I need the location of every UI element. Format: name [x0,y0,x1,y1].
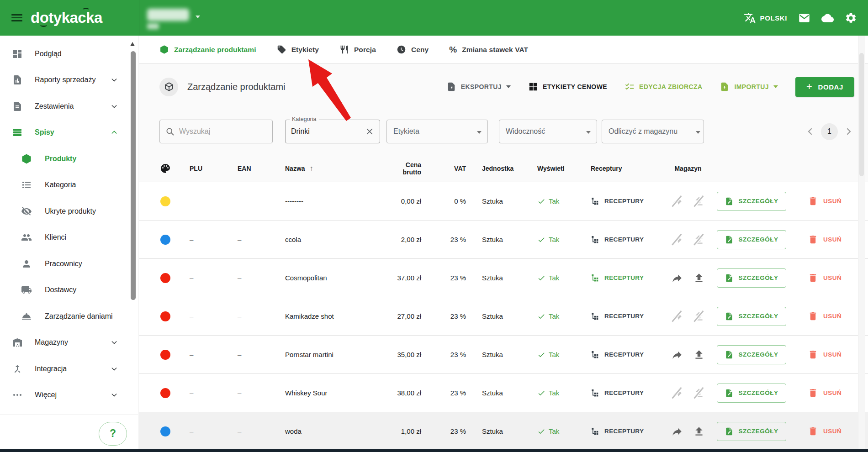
receptury-button[interactable]: RECEPTURY [591,312,649,321]
stock-transfer-icon[interactable] [671,349,683,361]
etykieta-select[interactable]: Etykieta [386,120,488,143]
sidebar-item-raporty[interactable]: Raporty sprzedaży [0,67,138,94]
hamburger-menu-icon[interactable] [11,12,22,24]
sidebar-item-zestawienia[interactable]: Zestawienia [0,93,138,120]
stock-upload-icon[interactable] [693,234,705,246]
tab-zmiana-stawek-vat[interactable]: % Zmiana stawek VAT [449,45,528,55]
previous-page-chevron[interactable] [804,126,815,137]
receptury-button[interactable]: RECEPTURY [591,427,649,436]
stock-upload-icon[interactable] [693,349,705,361]
delete-button[interactable]: USUŃ [808,311,842,321]
column-header-jednostka[interactable]: Jednostka [466,165,514,172]
sidebar-item-klienci[interactable]: Klienci [0,225,138,251]
stock-upload-icon[interactable] [693,272,705,284]
table-row[interactable]: – – Cosmopolitan 37,00 zł 23 % Sztuka Ta… [139,258,868,297]
bulk-edit-button[interactable]: EDYCJA ZBIORCZA [625,82,703,92]
search-box[interactable] [159,120,273,143]
stock-upload-icon[interactable] [693,426,705,437]
receptury-button[interactable]: RECEPTURY [591,197,649,205]
venue-name-redacted[interactable] [147,9,189,21]
sidebar-scroll-up-arrow[interactable] [130,42,135,46]
tab-etykiety[interactable]: Etykiety [277,45,319,54]
table-row[interactable]: – – -------- 0,00 zł 0 % Sztuka Tak RECE… [139,182,868,220]
tab-ceny[interactable]: Ceny [397,45,429,54]
main-scrollbar[interactable] [858,36,865,452]
settings-gear-icon[interactable] [845,12,857,24]
stock-transfer-icon[interactable] [671,272,683,284]
delete-button[interactable]: USUŃ [808,273,842,283]
details-button[interactable]: SZCZEGÓŁY [717,230,786,249]
clear-filter-x-icon[interactable] [365,127,374,136]
stock-transfer-icon[interactable] [671,310,683,322]
stock-transfer-icon[interactable] [671,426,683,437]
venue-dropdown-caret[interactable] [196,16,200,18]
sidebar-item-produkty[interactable]: Produkty [0,146,138,172]
receptury-button[interactable]: RECEPTURY [591,350,649,359]
sidebar-item-ukryte-produkty[interactable]: Ukryte produkty [0,198,138,225]
delete-button[interactable]: USUŃ [808,196,842,206]
column-header-wyswietl[interactable]: Wyświetl [514,165,567,172]
sidebar-item-podglad[interactable]: Podgląd [0,41,138,67]
export-button[interactable]: EKSPORTUJ [446,82,511,92]
receptury-button[interactable]: RECEPTURY [591,235,649,244]
table-row[interactable]: – – Pornstar martini 35,00 zł 23 % Sztuk… [139,335,868,373]
receptury-button[interactable]: RECEPTURY [591,273,649,282]
help-button[interactable]: ? [99,422,127,446]
table-row[interactable]: – – Kamikadze shot 27,00 zł 23 % Sztuka … [139,297,868,335]
sidebar-item-dostawcy[interactable]: Dostawcy [0,277,138,304]
stock-transfer-icon[interactable] [671,195,683,207]
cell-product-name: Kamikadze shot [274,312,389,320]
column-header-magazyn[interactable]: Magazyn [649,165,709,172]
table-row[interactable]: – – woda 1,00 zł 23 % Sztuka Tak RECEPTU… [139,412,868,450]
add-button[interactable]: + DODAJ [795,77,854,97]
table-row[interactable]: – – ccola 2,00 zł 23 % Sztuka Tak RECEPT… [139,220,868,258]
column-header-receptury[interactable]: Receptury [567,165,649,172]
sidebar-scrollbar[interactable] [131,51,136,300]
details-button[interactable]: SZCZEGÓŁY [717,345,786,364]
language-selector[interactable]: POLSKI [744,12,787,24]
stock-transfer-icon[interactable] [671,234,683,246]
column-header-plu[interactable]: PLU [178,165,227,172]
widocznosc-select[interactable]: Widoczność [499,120,597,143]
column-header-cena-brutto[interactable]: Cena brutto [389,161,421,176]
sidebar-item-spisy[interactable]: Spisy [0,120,138,146]
column-header-vat[interactable]: VAT [421,165,466,172]
next-page-chevron[interactable] [843,126,854,137]
sidebar-item-pracownicy[interactable]: Pracownicy [0,251,138,277]
odliczyc-select[interactable]: Odliczyć z magazynu [602,120,704,143]
sidebar-item-magazyny[interactable]: Magazyny [0,330,138,356]
sidebar-item-wiecej[interactable]: Więcej [0,382,138,409]
product-color-dot [160,426,170,436]
sidebar-item-integracja[interactable]: Integracja [0,356,138,382]
import-button[interactable]: IMPORTUJ [720,82,778,92]
sidebar-item-zarzadzanie-daniami[interactable]: Zarządzanie daniami [0,303,138,330]
delete-button[interactable]: USUŃ [808,388,842,398]
main-scrollbar-thumb[interactable] [859,53,864,176]
details-button[interactable]: SZCZEGÓŁY [717,268,786,288]
mail-icon[interactable] [798,12,810,24]
receptury-button[interactable]: RECEPTURY [591,389,649,397]
sidebar-item-kategoria[interactable]: Kategoria [0,172,138,199]
column-header-nazwa[interactable]: Nazwa↑ [274,164,389,173]
delete-button[interactable]: USUŃ [808,349,842,360]
delete-button[interactable]: USUŃ [808,426,842,436]
delete-button[interactable]: USUŃ [808,234,842,245]
tab-zarzadzanie-produktami[interactable]: Zarządzanie produktami [159,45,256,54]
search-input[interactable] [179,127,261,136]
column-header-ean[interactable]: EAN [227,165,274,172]
details-button[interactable]: SZCZEGÓŁY [717,307,786,326]
page-number[interactable]: 1 [821,123,838,140]
details-button[interactable]: SZCZEGÓŁY [717,422,786,441]
tab-porcja[interactable]: Porcja [339,45,376,54]
price-labels-button[interactable]: ETYKIETY CENOWE [528,82,607,92]
stock-upload-icon[interactable] [693,310,705,322]
details-button[interactable]: SZCZEGÓŁY [717,192,786,211]
stock-transfer-icon[interactable] [671,387,683,399]
cloud-icon[interactable] [821,12,834,24]
stock-upload-icon[interactable] [693,387,705,399]
table-row[interactable]: – – Whiskey Sour 38,00 zł 23 % Sztuka Ta… [139,373,868,412]
kategoria-filter[interactable]: Kategoria Drinki [285,120,380,143]
stock-upload-icon[interactable] [693,195,705,207]
details-button[interactable]: SZCZEGÓŁY [717,384,786,403]
check-icon [537,427,545,436]
